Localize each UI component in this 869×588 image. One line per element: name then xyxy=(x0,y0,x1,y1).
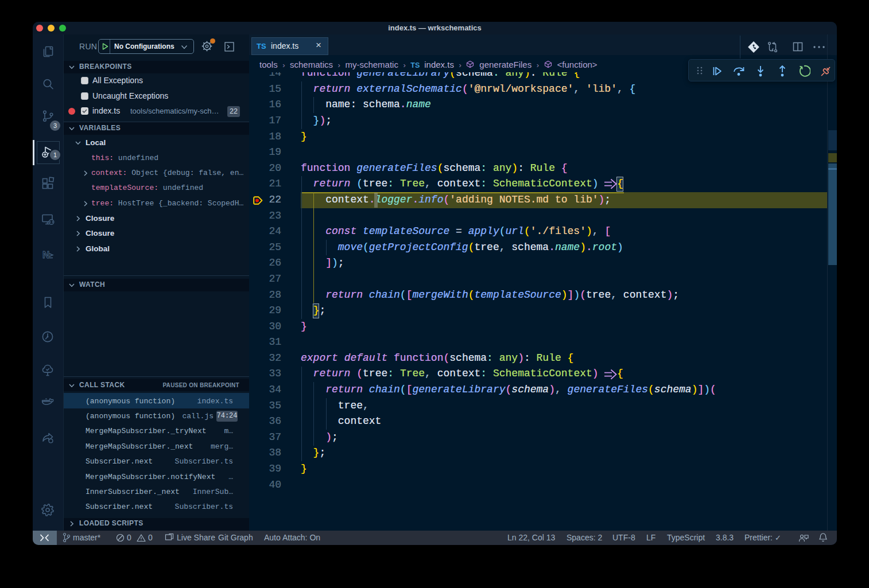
svg-text:N: N xyxy=(42,250,49,260)
